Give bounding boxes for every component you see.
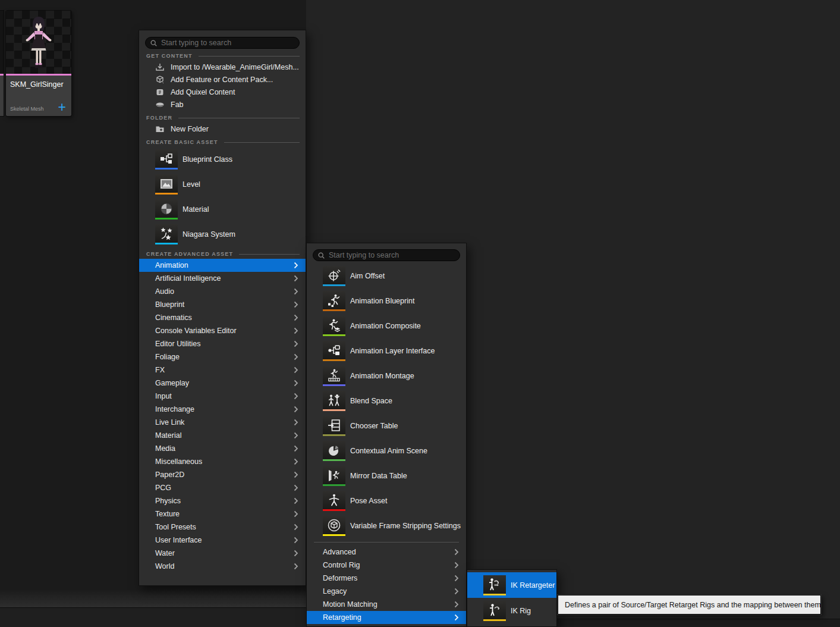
section-rule bbox=[199, 56, 300, 57]
search-box[interactable] bbox=[313, 249, 460, 261]
submenu-item[interactable]: Artificial Intelligence bbox=[139, 272, 306, 285]
asset-card-skm-girlsinger[interactable]: SKM_GirlSinger Skeletal Mesh + bbox=[6, 11, 71, 116]
submenu-item[interactable]: Material bbox=[139, 429, 306, 442]
asset-menu-item[interactable]: Pose Asset bbox=[307, 488, 466, 513]
submenu-item[interactable]: Water bbox=[139, 547, 306, 560]
blend-space-icon bbox=[323, 391, 345, 411]
menu-item-label: Retargeting bbox=[323, 613, 361, 622]
asset-menu-item[interactable]: Blend Space bbox=[307, 388, 466, 413]
submenu-item[interactable]: Retargeting bbox=[307, 611, 466, 624]
asset-menu-item[interactable]: Variable Frame Stripping Settings bbox=[307, 513, 466, 538]
menu-item[interactable]: Add Quixel Content bbox=[139, 86, 306, 98]
submenu-item[interactable]: Paper2D bbox=[139, 468, 306, 481]
asset-menu-item[interactable]: Contextual Anim Scene bbox=[307, 438, 466, 463]
search-input[interactable] bbox=[161, 39, 295, 47]
submenu-item[interactable]: Deformers bbox=[307, 572, 466, 585]
menu-item-label: Editor Utilities bbox=[155, 340, 200, 348]
asset-card-body: SKM_GirlSinger Skeletal Mesh + bbox=[6, 76, 71, 116]
menu-item-label: Pose Asset bbox=[350, 497, 388, 505]
submenu-item[interactable]: Motion Matching bbox=[307, 598, 466, 611]
submenu-item[interactable]: Animation bbox=[139, 259, 306, 272]
submenu-item[interactable]: Editor Utilities bbox=[139, 337, 306, 350]
menu-item[interactable]: Add Feature or Content Pack... bbox=[139, 73, 306, 86]
submenu-item[interactable]: Blueprint bbox=[139, 298, 306, 311]
retargeting-asset-list: IK Retargeter IK Rig bbox=[467, 572, 556, 623]
asset-menu-item[interactable]: Animation Composite bbox=[307, 314, 466, 338]
asset-menu-item[interactable]: IK Retargeter bbox=[467, 572, 556, 598]
asset-card-partial[interactable] bbox=[0, 11, 4, 116]
search-box[interactable] bbox=[145, 37, 300, 49]
chevron-right-icon bbox=[294, 275, 298, 282]
search-icon bbox=[150, 39, 158, 47]
menu-item-label: PCG bbox=[155, 484, 171, 492]
menu-item-label: FX bbox=[155, 366, 165, 374]
import-icon bbox=[155, 62, 165, 72]
ik-retargeter-icon bbox=[483, 575, 506, 595]
mirror-data-table-icon bbox=[323, 466, 345, 486]
asset-menu-item[interactable]: Material bbox=[139, 197, 306, 222]
menu-item[interactable]: Import to /Wearable_AnimeGirl/Mesh... bbox=[139, 61, 306, 73]
submenu-item[interactable]: Foliage bbox=[139, 350, 306, 363]
menu-item-label: Input bbox=[155, 392, 172, 400]
asset-menu-item[interactable]: Chooser Table bbox=[307, 413, 466, 438]
asset-menu-item[interactable]: Blueprint Class bbox=[139, 147, 306, 172]
asset-menu-item[interactable]: Animation Blueprint bbox=[307, 289, 466, 314]
asset-menu-item[interactable]: Mirror Data Table bbox=[307, 463, 466, 488]
menu-item-label: Blueprint bbox=[155, 300, 184, 309]
search-input[interactable] bbox=[329, 251, 455, 259]
chevron-right-icon bbox=[294, 497, 298, 504]
menu-item-label: Motion Matching bbox=[323, 600, 377, 609]
add-asset-button[interactable]: + bbox=[58, 99, 66, 115]
chevron-right-icon bbox=[294, 288, 298, 295]
submenu-item[interactable]: User Interface bbox=[139, 534, 306, 547]
submenu-item[interactable]: Audio bbox=[139, 285, 306, 298]
submenu-item[interactable]: Miscellaneous bbox=[139, 455, 306, 468]
submenu-item[interactable]: World bbox=[139, 560, 306, 573]
submenu-item[interactable]: Legacy bbox=[307, 585, 466, 598]
menu-item-label: Mirror Data Table bbox=[350, 472, 407, 480]
submenu-item[interactable]: Media bbox=[139, 442, 306, 455]
chevron-right-icon bbox=[294, 458, 298, 465]
anime-girl-character bbox=[20, 14, 58, 74]
submenu-item[interactable]: Input bbox=[139, 390, 306, 403]
search-icon bbox=[317, 252, 325, 259]
submenu-item[interactable]: Physics bbox=[139, 494, 306, 507]
folder-list: New Folder bbox=[139, 123, 306, 135]
submenu-item[interactable]: Interchange bbox=[139, 403, 306, 416]
asset-menu-item[interactable]: Animation Layer Interface bbox=[307, 338, 466, 363]
section-rule bbox=[224, 142, 300, 143]
menu-item-label: IK Retargeter bbox=[511, 581, 555, 590]
submenu-item[interactable]: Texture bbox=[139, 507, 306, 521]
chevron-right-icon bbox=[294, 340, 298, 347]
blueprint-class-icon bbox=[155, 149, 178, 170]
menu-item[interactable]: Fab bbox=[139, 98, 306, 111]
menu-item-label: Import to /Wearable_AnimeGirl/Mesh... bbox=[171, 63, 299, 71]
submenu-item[interactable]: Live Link bbox=[139, 416, 306, 429]
submenu-item[interactable]: FX bbox=[139, 363, 306, 377]
menu-item-label: Chooser Table bbox=[350, 422, 398, 430]
menu-item[interactable]: New Folder bbox=[139, 123, 306, 135]
menu-item-label: Artificial Intelligence bbox=[155, 274, 221, 283]
menu-item-label: Deformers bbox=[323, 574, 357, 582]
chevron-right-icon bbox=[294, 484, 298, 491]
anim-layer-interface-icon bbox=[323, 341, 345, 361]
menu-separator bbox=[314, 542, 459, 543]
menu-item-label: Blueprint Class bbox=[183, 155, 232, 164]
chevron-right-icon bbox=[294, 327, 298, 334]
chevron-right-icon bbox=[294, 419, 298, 426]
submenu-item[interactable]: Cinematics bbox=[139, 311, 306, 324]
menu-item-label: Tool Presets bbox=[155, 523, 196, 531]
asset-menu-item[interactable]: Niagara System bbox=[139, 222, 306, 247]
asset-menu-item[interactable]: Animation Montage bbox=[307, 363, 466, 388]
submenu-item[interactable]: Gameplay bbox=[139, 377, 306, 390]
submenu-item[interactable]: Advanced bbox=[307, 546, 466, 559]
menu-item-label: IK Rig bbox=[511, 607, 531, 615]
asset-thumbnail bbox=[0, 11, 4, 74]
asset-menu-item[interactable]: Aim Offset bbox=[307, 264, 466, 289]
asset-menu-item[interactable]: IK Rig bbox=[467, 598, 556, 623]
submenu-item[interactable]: PCG bbox=[139, 481, 306, 494]
asset-menu-item[interactable]: Level bbox=[139, 172, 306, 197]
submenu-item[interactable]: Tool Presets bbox=[139, 521, 306, 534]
submenu-item[interactable]: Control Rig bbox=[307, 559, 466, 572]
submenu-item[interactable]: Console Variables Editor bbox=[139, 324, 306, 337]
